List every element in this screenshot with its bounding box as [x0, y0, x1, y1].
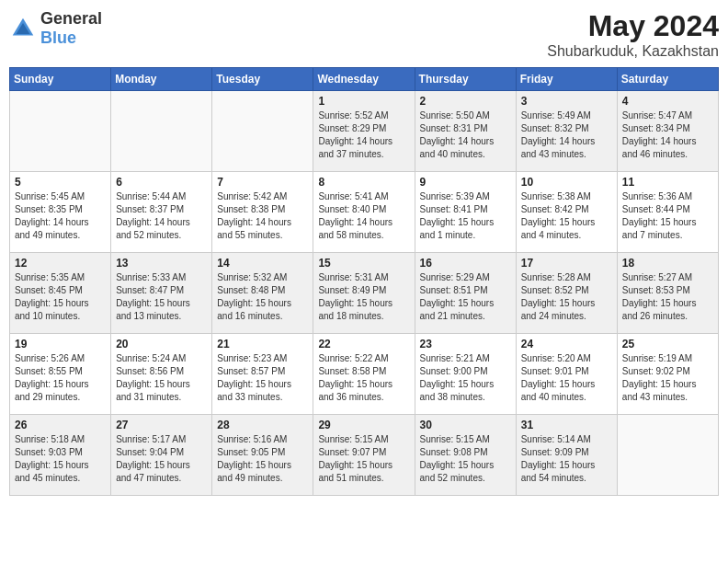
day-info: Sunrise: 5:19 AM Sunset: 9:02 PM Dayligh… [622, 352, 713, 404]
day-info: Sunrise: 5:50 AM Sunset: 8:31 PM Dayligh… [420, 109, 511, 161]
calendar-cell: 25Sunrise: 5:19 AM Sunset: 9:02 PM Dayli… [617, 334, 718, 415]
day-info: Sunrise: 5:15 AM Sunset: 9:08 PM Dayligh… [420, 433, 511, 485]
calendar-cell: 14Sunrise: 5:32 AM Sunset: 8:48 PM Dayli… [212, 253, 313, 334]
calendar-cell: 9Sunrise: 5:39 AM Sunset: 8:41 PM Daylig… [415, 172, 516, 253]
calendar-header-row: SundayMondayTuesdayWednesdayThursdayFrid… [10, 68, 719, 91]
day-of-week-header: Tuesday [212, 68, 313, 91]
day-number: 18 [622, 257, 713, 270]
day-info: Sunrise: 5:20 AM Sunset: 9:01 PM Dayligh… [521, 352, 612, 404]
day-number: 19 [15, 338, 106, 350]
day-number: 10 [521, 176, 612, 189]
day-number: 14 [217, 257, 308, 270]
calendar-cell: 8Sunrise: 5:41 AM Sunset: 8:40 PM Daylig… [313, 172, 415, 253]
day-number: 5 [15, 176, 106, 189]
day-info: Sunrise: 5:39 AM Sunset: 8:41 PM Dayligh… [420, 190, 511, 242]
calendar-cell: 13Sunrise: 5:33 AM Sunset: 8:47 PM Dayli… [111, 253, 212, 334]
logo-blue: Blue [40, 29, 76, 47]
day-info: Sunrise: 5:16 AM Sunset: 9:05 PM Dayligh… [217, 433, 308, 485]
day-number: 17 [521, 257, 612, 270]
calendar-cell: 19Sunrise: 5:26 AM Sunset: 8:55 PM Dayli… [10, 334, 111, 415]
calendar-cell: 11Sunrise: 5:36 AM Sunset: 8:44 PM Dayli… [617, 172, 718, 253]
calendar-cell: 24Sunrise: 5:20 AM Sunset: 9:01 PM Dayli… [516, 334, 617, 415]
calendar-cell [617, 415, 718, 496]
calendar-cell: 28Sunrise: 5:16 AM Sunset: 9:05 PM Dayli… [212, 415, 313, 496]
day-of-week-header: Saturday [617, 68, 718, 91]
day-number: 28 [217, 419, 308, 431]
day-number: 11 [622, 176, 713, 189]
day-of-week-header: Wednesday [313, 68, 415, 91]
day-number: 15 [318, 257, 409, 270]
day-number: 13 [116, 257, 207, 270]
day-info: Sunrise: 5:45 AM Sunset: 8:35 PM Dayligh… [15, 190, 106, 242]
day-info: Sunrise: 5:15 AM Sunset: 9:07 PM Dayligh… [318, 433, 409, 485]
day-info: Sunrise: 5:42 AM Sunset: 8:38 PM Dayligh… [217, 190, 308, 242]
day-number: 2 [420, 95, 511, 108]
day-info: Sunrise: 5:26 AM Sunset: 8:55 PM Dayligh… [15, 352, 106, 404]
day-number: 24 [521, 338, 612, 350]
day-of-week-header: Monday [111, 68, 212, 91]
calendar-cell: 18Sunrise: 5:27 AM Sunset: 8:53 PM Dayli… [617, 253, 718, 334]
calendar-cell: 17Sunrise: 5:28 AM Sunset: 8:52 PM Dayli… [516, 253, 617, 334]
day-number: 26 [15, 419, 106, 431]
day-info: Sunrise: 5:47 AM Sunset: 8:34 PM Dayligh… [622, 109, 713, 161]
calendar-week-row: 12Sunrise: 5:35 AM Sunset: 8:45 PM Dayli… [10, 253, 719, 334]
calendar-cell: 29Sunrise: 5:15 AM Sunset: 9:07 PM Dayli… [313, 415, 415, 496]
calendar-cell: 26Sunrise: 5:18 AM Sunset: 9:03 PM Dayli… [10, 415, 111, 496]
calendar-cell [212, 91, 313, 172]
calendar-cell: 21Sunrise: 5:23 AM Sunset: 8:57 PM Dayli… [212, 334, 313, 415]
month-year: May 2024 [547, 9, 719, 43]
calendar-cell: 1Sunrise: 5:52 AM Sunset: 8:29 PM Daylig… [313, 91, 415, 172]
day-number: 23 [420, 338, 511, 350]
title-block: May 2024 Shubarkuduk, Kazakhstan [547, 9, 719, 60]
day-info: Sunrise: 5:23 AM Sunset: 8:57 PM Dayligh… [217, 352, 308, 404]
calendar-cell: 15Sunrise: 5:31 AM Sunset: 8:49 PM Dayli… [313, 253, 415, 334]
location: Shubarkuduk, Kazakhstan [547, 43, 719, 60]
calendar-week-row: 26Sunrise: 5:18 AM Sunset: 9:03 PM Dayli… [10, 415, 719, 496]
calendar-week-row: 19Sunrise: 5:26 AM Sunset: 8:55 PM Dayli… [10, 334, 719, 415]
day-number: 25 [622, 338, 713, 350]
day-info: Sunrise: 5:22 AM Sunset: 8:58 PM Dayligh… [318, 352, 409, 404]
day-number: 3 [521, 95, 612, 108]
calendar-cell: 16Sunrise: 5:29 AM Sunset: 8:51 PM Dayli… [415, 253, 516, 334]
day-info: Sunrise: 5:21 AM Sunset: 9:00 PM Dayligh… [420, 352, 511, 404]
day-info: Sunrise: 5:29 AM Sunset: 8:51 PM Dayligh… [420, 271, 511, 323]
day-info: Sunrise: 5:52 AM Sunset: 8:29 PM Dayligh… [318, 109, 409, 161]
day-info: Sunrise: 5:31 AM Sunset: 8:49 PM Dayligh… [318, 271, 409, 323]
day-info: Sunrise: 5:14 AM Sunset: 9:09 PM Dayligh… [521, 433, 612, 485]
page-header: General Blue May 2024 Shubarkuduk, Kazak… [9, 9, 719, 60]
day-info: Sunrise: 5:28 AM Sunset: 8:52 PM Dayligh… [521, 271, 612, 323]
day-of-week-header: Sunday [10, 68, 111, 91]
calendar-cell: 12Sunrise: 5:35 AM Sunset: 8:45 PM Dayli… [10, 253, 111, 334]
calendar-cell: 4Sunrise: 5:47 AM Sunset: 8:34 PM Daylig… [617, 91, 718, 172]
calendar-week-row: 1Sunrise: 5:52 AM Sunset: 8:29 PM Daylig… [10, 91, 719, 172]
calendar-cell: 5Sunrise: 5:45 AM Sunset: 8:35 PM Daylig… [10, 172, 111, 253]
day-info: Sunrise: 5:44 AM Sunset: 8:37 PM Dayligh… [116, 190, 207, 242]
day-of-week-header: Friday [516, 68, 617, 91]
day-number: 8 [318, 176, 409, 189]
calendar-cell: 2Sunrise: 5:50 AM Sunset: 8:31 PM Daylig… [415, 91, 516, 172]
day-info: Sunrise: 5:38 AM Sunset: 8:42 PM Dayligh… [521, 190, 612, 242]
calendar-cell [111, 91, 212, 172]
day-number: 30 [420, 419, 511, 431]
day-info: Sunrise: 5:49 AM Sunset: 8:32 PM Dayligh… [521, 109, 612, 161]
day-number: 4 [622, 95, 713, 108]
day-info: Sunrise: 5:41 AM Sunset: 8:40 PM Dayligh… [318, 190, 409, 242]
calendar-cell: 7Sunrise: 5:42 AM Sunset: 8:38 PM Daylig… [212, 172, 313, 253]
day-number: 31 [521, 419, 612, 431]
day-of-week-header: Thursday [415, 68, 516, 91]
calendar-cell: 31Sunrise: 5:14 AM Sunset: 9:09 PM Dayli… [516, 415, 617, 496]
day-number: 29 [318, 419, 409, 431]
day-info: Sunrise: 5:27 AM Sunset: 8:53 PM Dayligh… [622, 271, 713, 323]
day-number: 6 [116, 176, 207, 189]
calendar-cell: 30Sunrise: 5:15 AM Sunset: 9:08 PM Dayli… [415, 415, 516, 496]
calendar-cell: 6Sunrise: 5:44 AM Sunset: 8:37 PM Daylig… [111, 172, 212, 253]
day-number: 12 [15, 257, 106, 270]
day-info: Sunrise: 5:18 AM Sunset: 9:03 PM Dayligh… [15, 433, 106, 485]
day-info: Sunrise: 5:17 AM Sunset: 9:04 PM Dayligh… [116, 433, 207, 485]
day-number: 1 [318, 95, 409, 108]
day-info: Sunrise: 5:24 AM Sunset: 8:56 PM Dayligh… [116, 352, 207, 404]
day-info: Sunrise: 5:35 AM Sunset: 8:45 PM Dayligh… [15, 271, 106, 323]
calendar-cell: 10Sunrise: 5:38 AM Sunset: 8:42 PM Dayli… [516, 172, 617, 253]
logo-general: General [40, 9, 102, 28]
day-info: Sunrise: 5:32 AM Sunset: 8:48 PM Dayligh… [217, 271, 308, 323]
